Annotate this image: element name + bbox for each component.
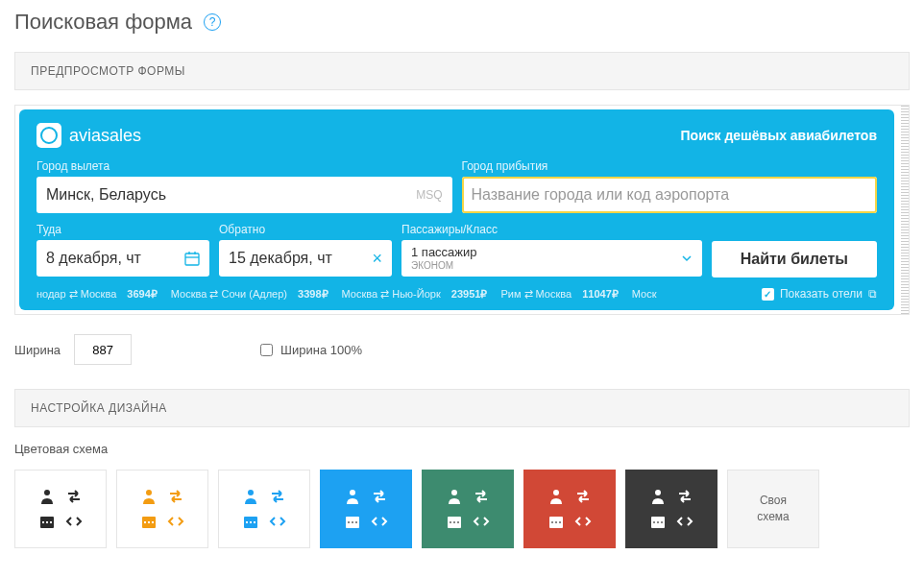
search-button[interactable]: Найти билеты (712, 241, 877, 277)
swap-icon (676, 488, 693, 505)
to-placeholder: Название города или код аэропорта (472, 186, 730, 204)
color-scheme-option-5[interactable] (523, 470, 616, 548)
pax-label: Пассажиры/Класс (401, 223, 702, 236)
resize-handle[interactable] (901, 106, 909, 314)
width-label: Ширина (14, 343, 61, 357)
svg-rect-26 (450, 521, 451, 523)
to-label: Город прибытия (462, 159, 878, 173)
calendar-icon (242, 513, 259, 530)
width-100-toggle[interactable]: Ширина 100% (260, 343, 362, 357)
show-hotels-label: Показать отели (780, 287, 863, 301)
person-icon (446, 488, 463, 505)
depart-label: Туда (36, 223, 209, 236)
svg-rect-21 (348, 521, 350, 523)
svg-point-9 (146, 490, 152, 495)
return-input[interactable]: 15 декабря, чт × (219, 240, 392, 277)
calendar-icon (140, 513, 158, 530)
color-scheme-option-1[interactable] (116, 470, 208, 548)
color-scheme-custom[interactable]: Своясхема (727, 470, 819, 548)
svg-rect-0 (185, 253, 199, 265)
from-iata: MSQ (416, 188, 442, 202)
svg-point-34 (655, 490, 661, 495)
svg-rect-8 (50, 521, 52, 523)
svg-point-29 (553, 490, 559, 495)
svg-rect-17 (250, 521, 252, 523)
person-icon (649, 488, 667, 505)
pax-class: ЭКОНОМ (411, 260, 477, 271)
preview-wrapper: aviasales Поиск дешёвых авиабилетов Горо… (14, 105, 910, 315)
ticker-item[interactable]: Рим ⇄ Москва 11047₽ (500, 288, 618, 301)
to-input[interactable]: Название города или код аэропорта (462, 177, 878, 213)
svg-point-4 (44, 490, 50, 495)
calendar-icon (649, 513, 667, 530)
show-hotels-toggle[interactable]: ✓ Показать отели ⧉ (762, 287, 877, 301)
width-input[interactable] (74, 334, 132, 365)
color-scheme-label: Цветовая схема (14, 442, 910, 456)
svg-rect-33 (559, 521, 561, 523)
code-icon (574, 513, 592, 530)
swap-icon (167, 488, 184, 505)
person-icon (140, 488, 158, 505)
clear-icon[interactable]: × (372, 249, 382, 269)
price-ticker: нодар ⇄ Москва 3694₽ Москва ⇄ Сочи (Адле… (36, 287, 877, 301)
external-link-icon: ⧉ (868, 287, 877, 301)
swap-icon (371, 488, 388, 505)
svg-rect-18 (254, 521, 255, 523)
svg-point-14 (248, 490, 254, 495)
width-100-label: Ширина 100% (280, 343, 362, 357)
swap-icon (65, 488, 83, 505)
svg-rect-11 (144, 521, 146, 523)
ticker-item[interactable]: Москва ⇄ Нью-Йорк 23951₽ (342, 288, 488, 301)
depart-value: 8 декабря, чт (46, 250, 141, 267)
passengers-select[interactable]: 1 пассажир ЭКОНОМ (401, 240, 702, 277)
calendar-icon (547, 513, 565, 530)
from-input[interactable]: Минск, Беларусь MSQ (36, 177, 452, 213)
svg-rect-37 (657, 521, 659, 523)
brand: aviasales (36, 123, 141, 148)
svg-rect-7 (46, 521, 48, 523)
width-100-checkbox[interactable] (260, 344, 273, 356)
calendar-icon (446, 513, 463, 530)
color-scheme-option-4[interactable] (422, 470, 514, 548)
calendar-icon (184, 251, 200, 266)
svg-rect-12 (148, 521, 150, 523)
person-icon (344, 488, 361, 505)
design-section-header: НАСТРОЙКА ДИЗАЙНА (14, 389, 910, 427)
svg-rect-36 (653, 521, 655, 523)
svg-rect-22 (352, 521, 353, 523)
checkbox-checked-icon: ✓ (762, 288, 774, 301)
search-form-widget: aviasales Поиск дешёвых авиабилетов Горо… (19, 109, 894, 310)
ticker-item[interactable]: Моск (632, 288, 657, 300)
svg-rect-6 (42, 521, 44, 523)
color-scheme-option-0[interactable] (14, 470, 107, 548)
depart-input[interactable]: 8 декабря, чт (36, 240, 209, 277)
person-icon (242, 488, 259, 505)
svg-point-24 (451, 490, 457, 495)
swap-icon (574, 488, 592, 505)
color-scheme-option-2[interactable] (218, 470, 310, 548)
svg-point-19 (350, 490, 355, 495)
code-icon (65, 513, 83, 530)
svg-rect-38 (661, 521, 663, 523)
color-schemes: Своясхема (14, 470, 910, 548)
width-controls: Ширина Ширина 100% (14, 334, 910, 365)
pax-count: 1 пассажир (411, 246, 477, 259)
help-icon[interactable]: ? (204, 13, 221, 31)
calendar-icon (344, 513, 361, 530)
svg-rect-28 (457, 521, 459, 523)
return-value: 15 декабря, чт (229, 250, 332, 267)
ticker-item[interactable]: нодар ⇄ Москва 3694₽ (36, 288, 158, 301)
code-icon (371, 513, 388, 530)
svg-rect-23 (355, 521, 357, 523)
color-scheme-option-6[interactable] (625, 470, 717, 548)
preview-section-header: ПРЕДПРОСМОТР ФОРМЫ (14, 52, 910, 90)
color-scheme-option-3[interactable] (320, 470, 412, 548)
brand-logo-icon (36, 123, 61, 148)
return-label: Обратно (219, 223, 392, 236)
from-label: Город вылета (36, 159, 452, 173)
ticker-item[interactable]: Москва ⇄ Сочи (Адлер) 3398₽ (171, 288, 328, 301)
swap-icon (473, 488, 490, 505)
from-value: Минск, Беларусь (46, 186, 166, 204)
code-icon (269, 513, 286, 530)
person-icon (38, 488, 56, 505)
